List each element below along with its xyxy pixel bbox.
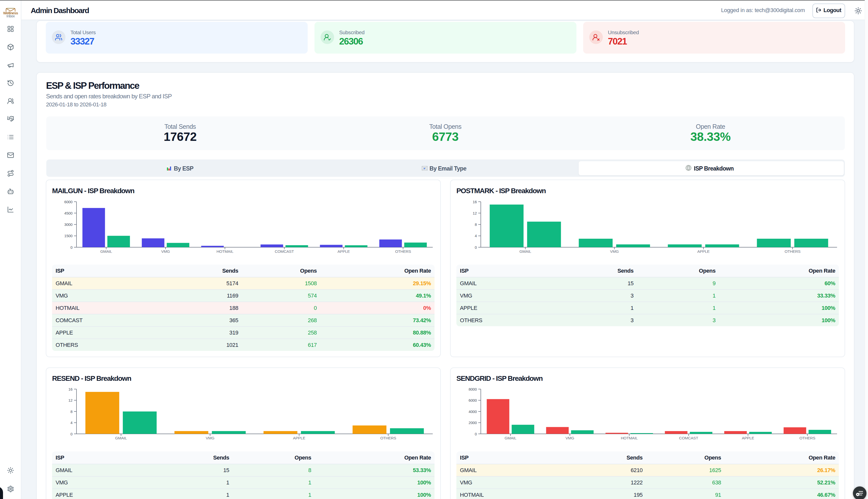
svg-text:HOTMAIL: HOTMAIL — [216, 249, 233, 254]
svg-text:COMCAST: COMCAST — [679, 436, 698, 440]
svg-text:OTHERS: OTHERS — [395, 249, 411, 254]
svg-text:8000: 8000 — [469, 387, 477, 391]
svg-text:APPLE: APPLE — [742, 436, 754, 440]
svg-text:0: 0 — [475, 245, 477, 250]
svg-text:OTHERS: OTHERS — [799, 436, 815, 440]
svg-text:VMG: VMG — [206, 436, 215, 440]
svg-text:12: 12 — [69, 398, 72, 402]
svg-text:16: 16 — [473, 200, 477, 204]
svg-text:1500: 1500 — [64, 234, 72, 238]
svg-text:4000: 4000 — [469, 410, 477, 414]
svg-text:16: 16 — [69, 387, 72, 391]
svg-text:4: 4 — [475, 234, 477, 238]
svg-text:12: 12 — [473, 211, 477, 215]
svg-text:2000: 2000 — [469, 421, 477, 425]
svg-text:4500: 4500 — [64, 211, 72, 215]
svg-text:0: 0 — [475, 432, 477, 436]
svg-text:6000: 6000 — [64, 200, 72, 204]
svg-text:APPLE: APPLE — [293, 436, 305, 440]
svg-text:0: 0 — [70, 432, 72, 436]
svg-text:APPLE: APPLE — [338, 249, 350, 254]
svg-text:VMG: VMG — [566, 436, 575, 440]
svg-text:GMAIL: GMAIL — [100, 249, 112, 254]
svg-text:GMAIL: GMAIL — [115, 436, 127, 440]
svg-text:OTHERS: OTHERS — [784, 249, 800, 254]
svg-text:4: 4 — [70, 421, 72, 425]
svg-text:COMCAST: COMCAST — [275, 249, 294, 254]
svg-text:GMAIL: GMAIL — [519, 249, 531, 254]
svg-text:HOTMAIL: HOTMAIL — [621, 436, 638, 440]
svg-text:8: 8 — [70, 410, 72, 414]
svg-text:3000: 3000 — [64, 222, 72, 227]
svg-text:8: 8 — [475, 222, 477, 227]
svg-text:0: 0 — [70, 245, 72, 250]
svg-text:APPLE: APPLE — [697, 249, 710, 254]
svg-text:GMAIL: GMAIL — [504, 436, 517, 440]
svg-text:OTHERS: OTHERS — [380, 436, 396, 440]
svg-text:e: e — [424, 166, 425, 170]
svg-text:VMG: VMG — [610, 249, 619, 254]
svg-text:6000: 6000 — [469, 398, 477, 402]
svg-text:VMG: VMG — [161, 249, 170, 254]
